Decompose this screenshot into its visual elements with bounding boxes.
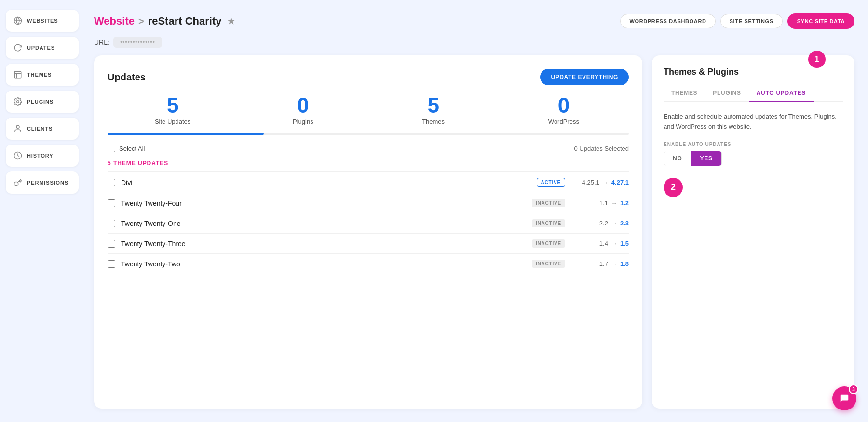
select-all-label[interactable]: Select All	[119, 145, 145, 152]
site-settings-button[interactable]: SITE SETTINGS	[720, 14, 783, 28]
arrow-icon: →	[611, 240, 617, 247]
stats-row: 5 Site Updates 0 Plugins 5 Themes 0 Word…	[108, 95, 629, 125]
select-all-row: Select All 0 Updates Selected	[108, 143, 629, 154]
stat-themes: 5 Themes	[368, 95, 499, 125]
theme-name: Twenty Twenty-Three	[121, 240, 526, 248]
arrow-icon: →	[611, 220, 617, 227]
select-all-left: Select All	[108, 145, 145, 152]
theme-list-item: Twenty Twenty-OneINACTIVE2.2 → 2.3	[108, 213, 629, 233]
theme-list: DiviACTIVE4.25.1 → 4.27.1Twenty Twenty-F…	[108, 171, 629, 274]
theme-name: Twenty Twenty-One	[121, 220, 526, 227]
sync-site-data-button[interactable]: SYNC SITE DATA	[787, 13, 854, 29]
tab-auto-updates[interactable]: AUTO UPDATES	[749, 85, 814, 102]
version-from: 1.1	[599, 199, 608, 207]
wordpress-dashboard-button[interactable]: WORDPRESS DASHBOARD	[620, 14, 715, 28]
tab-plugins[interactable]: PLUGINS	[705, 85, 748, 102]
theme-checkbox-4[interactable]	[108, 260, 115, 268]
toggle-yes-button[interactable]: YES	[691, 151, 721, 166]
header-actions: WORDPRESS DASHBOARD SITE SETTINGS SYNC S…	[620, 13, 854, 29]
progress-bar	[108, 133, 629, 135]
auto-updates-toggle: NO YES	[664, 151, 722, 166]
svg-rect-2	[14, 71, 21, 78]
url-label: URL:	[94, 39, 109, 46]
chat-icon	[839, 393, 850, 404]
theme-status-badge: INACTIVE	[532, 239, 565, 248]
key-icon	[14, 178, 22, 187]
step-badge-2: 2	[664, 178, 683, 197]
version-to: 2.3	[620, 220, 629, 227]
breadcrumb-current-site: reStart Charity	[148, 15, 222, 27]
sidebar-item-history[interactable]: HISTORY	[6, 145, 79, 167]
sidebar-item-themes[interactable]: THEMES	[6, 64, 79, 86]
stat-site-updates-label: Site Updates	[108, 118, 238, 125]
sidebar-item-updates[interactable]: UPDATES	[6, 37, 79, 59]
svg-point-3	[17, 101, 19, 103]
refresh-icon	[14, 43, 22, 52]
sidebar-item-plugins[interactable]: PLUGINS	[6, 91, 79, 113]
sidebar-clients-label: CLIENTS	[27, 126, 53, 132]
theme-list-item: Twenty Twenty-FourINACTIVE1.1 → 1.2	[108, 193, 629, 213]
chat-button[interactable]: 3	[832, 386, 856, 410]
sidebar-item-permissions[interactable]: PERMISSIONS	[6, 171, 79, 194]
content-grid: Updates UPDATE EVERYTHING 5 Site Updates…	[94, 55, 854, 409]
stat-plugins: 0 Plugins	[238, 95, 368, 125]
theme-updates-section-label: 5 THEME UPDATES	[108, 160, 629, 167]
sidebar-updates-label: UPDATES	[27, 45, 55, 51]
theme-status-badge: ACTIVE	[537, 178, 565, 187]
theme-version-info: 2.2 → 2.3	[571, 220, 629, 227]
url-bar: URL: ••••••••••••••	[94, 37, 854, 48]
tab-themes[interactable]: THEMES	[664, 85, 705, 102]
svg-point-4	[16, 125, 19, 128]
favorite-star-icon[interactable]: ★	[227, 16, 235, 26]
layout-icon	[14, 70, 22, 79]
stat-plugins-label: Plugins	[238, 118, 368, 125]
theme-checkbox-3[interactable]	[108, 240, 115, 248]
sidebar-plugins-label: PLUGINS	[27, 99, 54, 105]
theme-list-item: Twenty Twenty-TwoINACTIVE1.7 → 1.8	[108, 253, 629, 274]
theme-list-item: DiviACTIVE4.25.1 → 4.27.1	[108, 171, 629, 193]
stat-site-updates: 5 Site Updates	[108, 95, 238, 125]
theme-name: Twenty Twenty-Two	[121, 260, 526, 268]
stat-wordpress: 0 WordPress	[499, 95, 629, 125]
arrow-icon: →	[602, 179, 609, 186]
version-to: 1.2	[620, 199, 629, 207]
url-value: ••••••••••••••	[113, 37, 162, 48]
clock-icon	[14, 151, 22, 160]
stat-themes-label: Themes	[368, 118, 499, 125]
updates-panel-title: Updates	[108, 72, 146, 83]
version-from: 2.2	[599, 220, 608, 227]
enable-auto-updates-label: ENABLE AUTO UPDATES	[664, 142, 843, 147]
theme-checkbox-1[interactable]	[108, 199, 115, 207]
stat-plugins-number: 0	[238, 95, 368, 116]
theme-status-badge: INACTIVE	[532, 219, 565, 227]
sidebar-item-clients[interactable]: CLIENTS	[6, 118, 79, 140]
breadcrumb-separator: >	[138, 16, 144, 27]
sidebar-item-websites[interactable]: WEBSITES	[6, 10, 79, 32]
breadcrumb: Website > reStart Charity ★	[94, 15, 235, 27]
sidebar: WEBSITES UPDATES THEMES PLUGINS CLIENTS …	[0, 0, 84, 422]
updates-panel: Updates UPDATE EVERYTHING 5 Site Updates…	[94, 55, 642, 409]
toggle-no-button[interactable]: NO	[664, 151, 691, 166]
version-to: 1.8	[620, 260, 629, 267]
stat-themes-number: 5	[368, 95, 499, 116]
version-from: 1.7	[599, 260, 608, 267]
page-header: Website > reStart Charity ★ WORDPRESS DA…	[94, 13, 854, 29]
tabs: THEMES PLUGINS AUTO UPDATES	[664, 85, 843, 102]
select-all-checkbox[interactable]	[108, 145, 115, 152]
theme-version-info: 1.4 → 1.5	[571, 240, 629, 247]
breadcrumb-website-link[interactable]: Website	[94, 15, 135, 27]
right-panel: 1 Themes & Plugins THEMES PLUGINS AUTO U…	[652, 55, 854, 409]
version-from: 1.4	[599, 240, 608, 247]
globe-icon	[14, 16, 22, 25]
update-everything-button[interactable]: UPDATE EVERYTHING	[540, 69, 629, 85]
stat-wordpress-number: 0	[499, 95, 629, 116]
theme-checkbox-0[interactable]	[108, 179, 115, 186]
theme-checkbox-2[interactable]	[108, 220, 115, 227]
theme-status-badge: INACTIVE	[532, 199, 565, 207]
version-to: 1.5	[620, 240, 629, 247]
user-icon	[14, 124, 22, 133]
theme-status-badge: INACTIVE	[532, 260, 565, 268]
stat-wordpress-label: WordPress	[499, 118, 629, 125]
arrow-icon: →	[611, 199, 617, 207]
arrow-icon: →	[611, 260, 617, 267]
